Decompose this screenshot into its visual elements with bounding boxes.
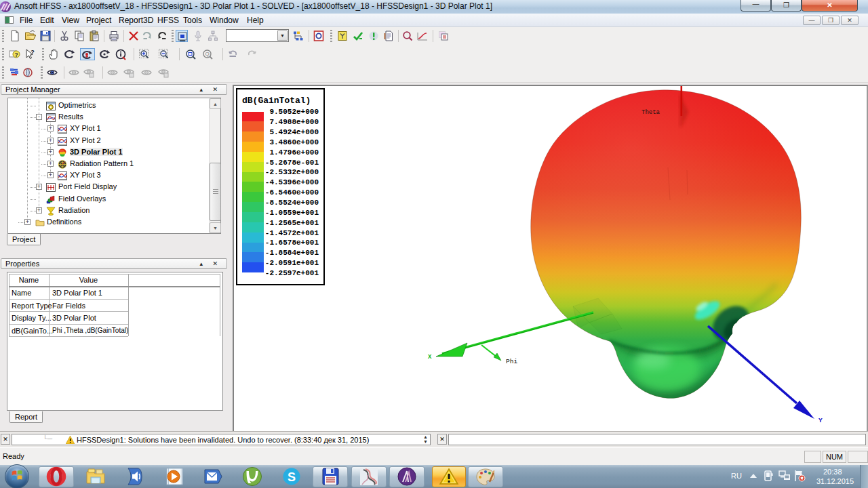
svg-text:S: S	[288, 470, 296, 484]
svg-text:?: ?	[31, 49, 35, 56]
svg-text:X: X	[428, 354, 432, 361]
svg-text:Phi: Phi	[506, 358, 517, 365]
svg-text:Theta: Theta	[642, 109, 660, 116]
svg-text:Q: Q	[205, 51, 209, 57]
svg-text:Y: Y	[818, 417, 823, 424]
svg-text:?: ?	[14, 52, 18, 58]
